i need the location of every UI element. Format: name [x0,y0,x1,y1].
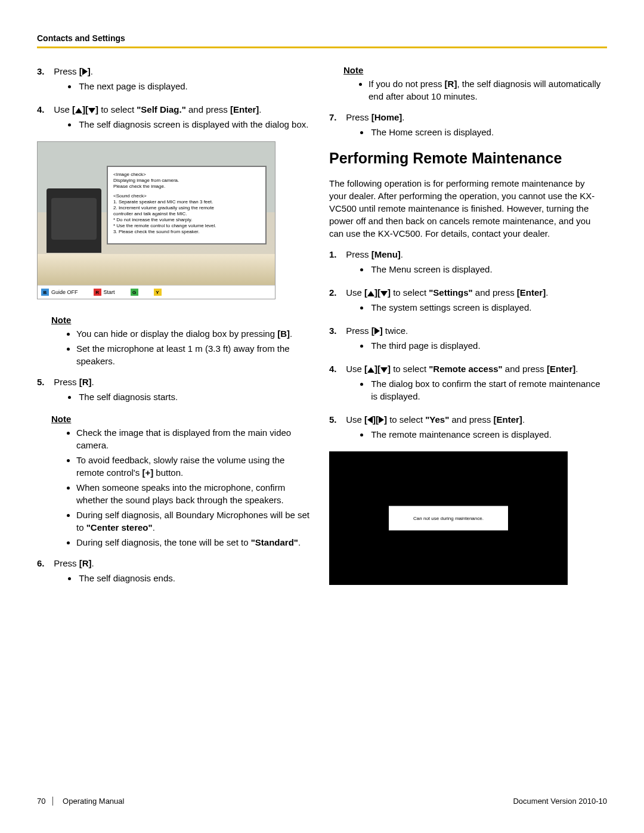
sub-bullet: The Menu screen is displayed. [370,263,602,275]
dialog-line: * Do not increase the volume sharply. [113,217,260,223]
step-text: . [91,66,93,76]
bold-text: [Enter] [230,104,259,114]
step-num: 7. [329,111,343,123]
right-arrow-icon [374,327,380,335]
heading-remote-maintenance: Performing Remote Maintenance [329,149,603,168]
note-list: If you do not press [R], the self diagno… [329,78,603,103]
bold-text: "Remote access" [429,364,502,374]
step-text: to select [391,364,429,374]
dialog-line: <Image check> [113,172,260,178]
step-text: . [575,364,578,374]
step-text: and press [503,364,547,374]
note-item: During self diagnosis, the tone will be … [76,536,311,549]
bold-text: [Enter] [517,287,546,298]
step-num: 4. [37,103,51,116]
right-arrow-icon [82,68,88,75]
bold-text: [Menu] [371,249,401,259]
note-item: Check the image that is displayed from t… [76,426,311,451]
step-text: . [401,249,403,259]
step-text: Press [54,377,79,387]
remote-step-5: 5. Use [][] to select "Yes" and press [E… [329,413,603,443]
left-arrow-icon [367,416,373,423]
right-arrow-icon [379,416,384,423]
bold-text: "Self Diag." [137,104,186,114]
bold-text: [Enter] [494,414,522,425]
step-text: . [522,414,525,425]
sub-bullet: The dialog box to confirm the start of r… [370,377,602,402]
blue-button-icon: B [41,289,49,296]
bold-text: "Settings" [429,287,472,298]
step-text: to select [387,414,425,425]
bracket: ][ [374,364,380,374]
blue-label: Guide OFF [51,289,78,295]
step-6: 6. Press [R]. The self diagnosis ends. [37,557,311,587]
step-text: and press [449,414,493,425]
up-arrow-icon [367,367,374,373]
bold-text: [Home] [371,112,402,122]
dialog-line: Displaying image from camera. [113,178,260,184]
step-num: 5. [329,413,343,426]
self-diag-screenshot: <Image check> Displaying image from came… [37,141,275,299]
note-item: You can hide or display the dialog box b… [76,327,311,340]
remote-step-2: 2. Use [][] to select "Settings" and pre… [329,286,603,316]
note-list: Check the image that is displayed from t… [37,426,311,549]
note-item: When someone speaks into the microphone,… [76,481,311,506]
chair-graphic [47,188,101,253]
red-button-icon: R [94,289,101,296]
note-label: Note [51,315,311,325]
step-text: and press [186,104,230,114]
bracket: ][ [374,287,380,298]
header-rule [37,47,607,48]
step-text: . [259,104,261,114]
bracket: ][ [82,104,88,114]
page-footer: 70 Operating Manual Document Version 201… [37,797,607,806]
manual-name: Operating Manual [63,797,124,806]
remote-step-1: 1. Press [Menu]. The Menu screen is disp… [329,248,603,278]
sub-bullet: The remote maintenance screen is display… [370,428,602,441]
step-num: 2. [329,286,343,299]
bold-text: "Yes" [425,414,449,425]
step-text: Press [54,66,79,76]
header-section: Contacts and Settings [37,33,607,43]
sub-bullet: The Home screen is displayed. [370,126,602,138]
dialog-line: <Sound check> [113,193,260,199]
bold-text: [R] [79,377,92,387]
step-num: 4. [329,363,343,375]
step-text: to select [391,287,429,298]
step-text: Press [346,249,371,259]
intro-para: The following operation is for performin… [329,177,603,240]
sub-bullet: The system settings screen is displayed. [370,301,602,314]
step-3: 3. Press []. The next page is displayed. [37,65,311,95]
step-text: . [92,558,94,568]
up-arrow-icon [75,108,82,113]
step-5: 5. Press [R]. The self diagnosis starts. [37,376,311,405]
step-text: . [92,377,94,387]
step-text: Press [54,558,79,568]
down-arrow-icon [380,291,388,296]
down-arrow-icon [380,367,388,373]
step-num: 3. [329,324,343,337]
left-column: 3. Press []. The next page is displayed.… [37,65,311,595]
maintenance-dialog: Can not use during maintenance. [389,506,508,531]
dialog-line: 2. Increment volume gradually using the … [113,205,260,211]
step-text: Use [346,287,364,298]
sub-bullet: The next page is displayed. [78,80,310,92]
step-num: 3. [37,65,51,78]
step-text: and press [473,287,517,298]
note-item: Set the microphone at least 1 m (3.3 ft)… [76,342,311,367]
step-num: 6. [37,557,51,569]
note-item: If you do not press [R], the self diagno… [369,78,603,103]
step-text: to select [98,104,137,114]
bold-text: [R] [79,558,92,568]
page-number: 70 [37,797,53,806]
bold-text: [Enter] [547,364,575,374]
table-graphic [38,254,275,290]
right-column: Note If you do not press [R], the self d… [329,65,603,595]
step-text: Use [54,104,72,114]
red-label: Start [104,289,115,295]
dialog-line: * Use the remote control to change volum… [113,223,260,229]
step-text: Press [346,326,371,336]
dialog-line: 3. Please check the sound from speaker. [113,229,260,235]
step-text: Use [346,364,364,374]
maintenance-screenshot: Can not use during maintenance. [329,451,568,585]
